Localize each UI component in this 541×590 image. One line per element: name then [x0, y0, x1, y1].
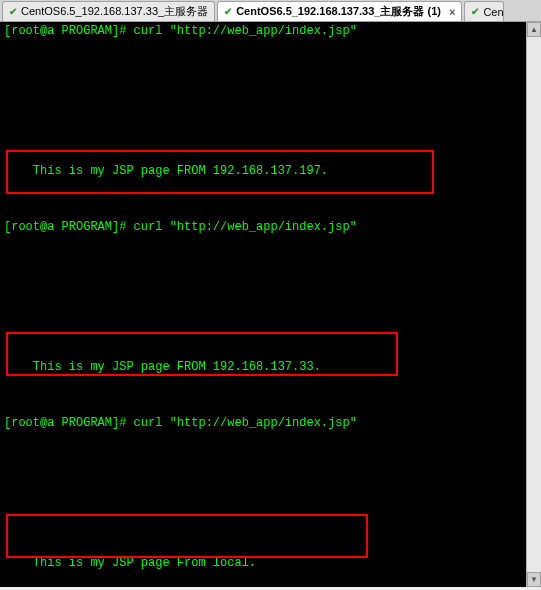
- scroll-track[interactable]: [527, 37, 541, 572]
- terminal-output[interactable]: [root@a PROGRAM]# curl "http://web_app/i…: [0, 22, 541, 587]
- check-icon: ✔: [224, 6, 232, 17]
- tab-server-1[interactable]: ✔ CentOS6.5_192.168.137.33_主服务器 (1) ×: [217, 1, 462, 21]
- check-icon: ✔: [9, 6, 17, 17]
- tab-server-2[interactable]: ✔ CentOS: [464, 1, 504, 21]
- tab-bar: ✔ CentOS6.5_192.168.137.33_主服务器 ✔ CentOS…: [0, 0, 541, 22]
- scroll-up-icon[interactable]: ▲: [527, 22, 541, 37]
- tab-label: CentOS6.5_192.168.137.33_主服务器 (1): [236, 4, 441, 19]
- tab-label: CentOS6.5_192.168.137.33_主服务器: [21, 4, 208, 19]
- tab-server-0[interactable]: ✔ CentOS6.5_192.168.137.33_主服务器: [2, 1, 215, 21]
- tab-label: CentOS: [483, 6, 504, 18]
- vertical-scrollbar[interactable]: ▲ ▼: [526, 22, 541, 587]
- highlight-box-3: [6, 514, 368, 558]
- highlight-box-1: [6, 150, 434, 194]
- highlight-box-2: [6, 332, 398, 376]
- scroll-down-icon[interactable]: ▼: [527, 572, 541, 587]
- check-icon: ✔: [471, 6, 479, 17]
- close-icon[interactable]: ×: [449, 6, 455, 18]
